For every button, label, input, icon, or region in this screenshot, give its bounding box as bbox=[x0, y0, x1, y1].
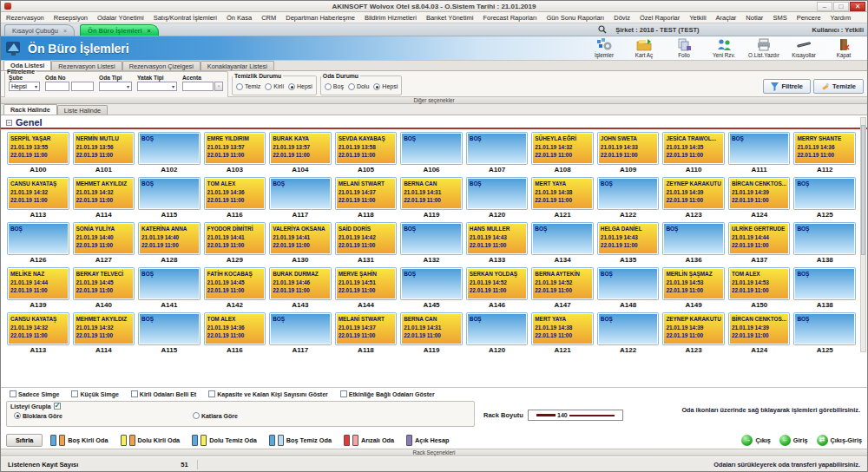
view-tab[interactable]: Rack Halinde bbox=[3, 104, 57, 115]
room-card[interactable]: HELGA DANİEL 21.01.19 14:43 22.01.19 11:… bbox=[598, 223, 659, 254]
room-status-radio[interactable]: Boş bbox=[325, 83, 344, 90]
room-card[interactable]: BERNA CAN 21.01.19 14:31 22.01.19 11:00 bbox=[401, 178, 462, 209]
room-card[interactable]: FYODOR DİMİTRİ 21.01.19 14:41 22.01.19 1… bbox=[205, 223, 266, 254]
cleaning-status-radio[interactable]: Temiz bbox=[236, 83, 260, 90]
room-card[interactable]: BİRCAN CENKTOS... 21.01.19 14:39 22.01.1… bbox=[729, 178, 790, 209]
room-card[interactable]: BERKAY TELVECİ 21.01.19 14:45 22.01.19 1… bbox=[74, 268, 135, 299]
room-card[interactable]: BOŞ bbox=[467, 178, 528, 209]
room-no-from-input[interactable] bbox=[45, 82, 69, 91]
grouping-radio[interactable]: Katlara Göre bbox=[193, 412, 238, 419]
tab-close-icon[interactable]: × bbox=[63, 28, 67, 34]
room-card[interactable]: MERVE ŞAHİN 21.01.19 14:51 22.01.19 11:0… bbox=[336, 268, 397, 299]
room-card[interactable]: ULRİKE GERTRUDE 21.01.19 14:44 22.01.19 … bbox=[729, 223, 790, 254]
room-card[interactable]: NERMİN MUTLU 21.01.19 13:56 22.01.19 11:… bbox=[74, 133, 135, 164]
kart-ac-button[interactable]: Kart Aç bbox=[626, 37, 662, 59]
room-card[interactable]: MEHMET AKYILDIZ 21.01.19 14:32 22.01.19 … bbox=[74, 313, 135, 344]
tab-on-buro-islemleri[interactable]: Ön Büro İşlemleri × bbox=[80, 24, 159, 36]
kapat-button[interactable]: Kapat bbox=[825, 37, 862, 59]
room-status-radio[interactable]: Dolu bbox=[348, 83, 369, 90]
scrollbar-thumb[interactable] bbox=[861, 125, 865, 255]
room-card[interactable]: MELANİ STWART 21.01.19 14:37 22.01.19 11… bbox=[336, 178, 397, 209]
checkin-button[interactable]: ←Giriş bbox=[779, 435, 808, 446]
room-card[interactable]: BOŞ bbox=[401, 223, 462, 254]
room-card[interactable]: BOŞ bbox=[794, 313, 855, 344]
room-card[interactable]: TOM ALEX 21.01.19 14:36 22.01.19 11:00 bbox=[205, 313, 266, 344]
room-no-to-input[interactable] bbox=[71, 82, 94, 91]
maximize-button[interactable]: □ bbox=[833, 2, 849, 11]
filtrele-button[interactable]: Filtrele bbox=[763, 79, 811, 94]
branch-select[interactable]: Hepsi▾ bbox=[9, 82, 40, 91]
room-card[interactable]: BERNA CAN 21.01.19 14:31 22.01.19 11:00 bbox=[401, 313, 462, 344]
menu-item[interactable]: Ön Kasa bbox=[227, 14, 252, 22]
room-card[interactable]: EMRE YILDIRIM 21.01.19 13:57 22.01.19 11… bbox=[205, 133, 266, 164]
room-type-select[interactable]: ▾ bbox=[99, 82, 132, 91]
sifirla-button[interactable]: Sıfırla bbox=[6, 434, 43, 447]
close-button[interactable]: ✕ bbox=[850, 2, 865, 11]
room-card[interactable]: SERPİL YAŞAR 21.01.19 13:55 22.01.19 11:… bbox=[8, 133, 69, 164]
search-icon[interactable] bbox=[598, 25, 607, 34]
menu-item[interactable]: Departman Haberleşme bbox=[286, 14, 355, 22]
room-card[interactable]: BOŞ bbox=[401, 133, 462, 164]
oda-listesi-yazdir-button[interactable]: O.List.Yazdır bbox=[746, 37, 782, 59]
display-option-checkbox[interactable]: Küçük Simge bbox=[71, 390, 118, 397]
menu-item[interactable]: Resepsiyon bbox=[54, 14, 88, 22]
room-card[interactable]: BURAK DURMAZ 21.01.19 14:46 22.01.19 11:… bbox=[270, 268, 331, 299]
menu-item[interactable]: Rezervasyon bbox=[6, 14, 44, 22]
room-card[interactable]: MERT YAYA 21.01.19 14:38 22.01.19 11:00 bbox=[532, 178, 593, 209]
room-card[interactable]: BOŞ bbox=[139, 178, 200, 209]
tab-close-icon[interactable]: × bbox=[148, 28, 151, 34]
menu-item[interactable]: Satış/Kontrat İşlemleri bbox=[154, 14, 217, 22]
checkout-button[interactable]: →Çıkış bbox=[741, 435, 770, 446]
room-card[interactable]: MERLİN ŞAŞMAZ 21.01.19 14:53 22.01.19 11… bbox=[663, 268, 724, 299]
vertical-scrollbar[interactable] bbox=[860, 117, 866, 352]
menu-item[interactable]: Odalar Yönetimi bbox=[97, 14, 144, 22]
menu-item[interactable]: CRM bbox=[261, 14, 276, 22]
room-card[interactable]: BOŞ bbox=[467, 313, 528, 344]
menu-item[interactable]: Pencere bbox=[797, 14, 821, 22]
room-card[interactable]: BOŞ bbox=[270, 178, 331, 209]
minimize-button[interactable]: – bbox=[817, 2, 832, 11]
menu-item[interactable]: Özel Raporlar bbox=[640, 14, 680, 22]
rack-options-strip[interactable]: Rack Seçenekleri bbox=[1, 449, 867, 456]
room-card[interactable]: BOŞ bbox=[794, 268, 855, 299]
room-card[interactable]: BOŞ bbox=[139, 313, 200, 344]
room-card[interactable]: MERT YAYA 21.01.19 14:38 22.01.19 11:00 bbox=[532, 313, 593, 344]
folio-button[interactable]: Folio bbox=[666, 37, 702, 59]
cleaning-status-radio[interactable]: Kirli bbox=[265, 83, 284, 90]
room-card[interactable]: JESİCA TRAWOL... 21.01.19 14:35 22.01.19… bbox=[663, 133, 724, 164]
menu-item[interactable]: Banket Yönetimi bbox=[426, 14, 473, 22]
room-card[interactable]: BOŞ bbox=[139, 268, 200, 299]
room-card[interactable]: BERNA AYTEKİN 21.01.19 14:52 22.01.19 11… bbox=[532, 268, 593, 299]
menu-item[interactable]: Yetkili bbox=[689, 14, 706, 22]
room-card[interactable]: SERKAN YOLDAŞ 21.01.19 14:52 22.01.19 11… bbox=[467, 268, 528, 299]
room-card[interactable]: BOŞ bbox=[663, 223, 724, 254]
room-card[interactable]: HANS MULLER 21.01.19 14:43 22.01.19 11:0… bbox=[467, 223, 528, 254]
room-card[interactable]: BOŞ bbox=[729, 133, 790, 164]
room-card[interactable]: MEHMET AKYILDIZ 21.01.19 14:32 22.01.19 … bbox=[74, 178, 135, 209]
room-card[interactable]: BURAK KAYA 21.01.19 13:57 22.01.19 11:00 bbox=[270, 133, 331, 164]
room-card[interactable]: SAİD DORİS 21.01.19 14:42 22.01.19 11:00 bbox=[336, 223, 397, 254]
agency-browse-button[interactable]: ▫ bbox=[214, 82, 223, 91]
room-card[interactable]: BOŞ bbox=[532, 223, 593, 254]
other-options-strip[interactable]: Diğer seçenekler bbox=[1, 97, 867, 104]
islemler-button[interactable]: İşlemler bbox=[586, 37, 622, 59]
display-option-checkbox[interactable]: Kirli Odaları Belli Et bbox=[131, 390, 196, 397]
yeni-rezervasyon-button[interactable]: Yeni Rzv. bbox=[706, 37, 742, 59]
bed-type-select[interactable]: ▾ bbox=[137, 82, 177, 91]
menu-item[interactable]: SMS bbox=[773, 14, 786, 22]
room-card[interactable]: MELİKE NAZ 21.01.19 14:44 22.01.19 11:00 bbox=[8, 268, 69, 299]
room-card[interactable]: SEVDA KAYABAŞ 21.01.19 13:58 22.01.19 11… bbox=[336, 133, 397, 164]
room-card[interactable]: VALERİYA OKSANA 21.01.19 14:41 22.01.19 … bbox=[270, 223, 331, 254]
room-card[interactable]: MELANİ STWART 21.01.19 14:37 22.01.19 11… bbox=[336, 313, 397, 344]
checkout-checkin-button[interactable]: ⇄Çıkış-Giriş bbox=[817, 435, 863, 446]
room-card[interactable]: BOŞ bbox=[598, 178, 659, 209]
room-card[interactable]: BOŞ bbox=[794, 223, 855, 254]
display-option-checkbox[interactable]: Sadece Simge bbox=[10, 390, 59, 397]
rack-size-slider[interactable]: 140 bbox=[528, 410, 623, 421]
room-card[interactable]: BOŞ bbox=[401, 268, 462, 299]
menu-item[interactable]: Forecast Raporları bbox=[483, 14, 536, 22]
menu-item[interactable]: Notlar bbox=[746, 14, 763, 22]
room-card[interactable]: MERRY SHANTE 21.01.19 14:36 22.01.19 11:… bbox=[794, 133, 855, 164]
room-card[interactable]: JOHN SWETA 21.01.19 14:33 22.01.19 11:00 bbox=[598, 133, 659, 164]
room-card[interactable]: ZEYNEP KARAKUTU 21.01.19 14:39 22.01.19 … bbox=[663, 313, 724, 344]
